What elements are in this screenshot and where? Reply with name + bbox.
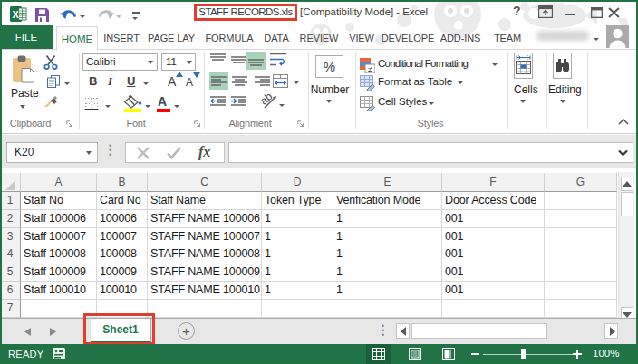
svg-text:≠: ≠ xyxy=(368,65,372,74)
svg-text:X: X xyxy=(13,9,20,20)
